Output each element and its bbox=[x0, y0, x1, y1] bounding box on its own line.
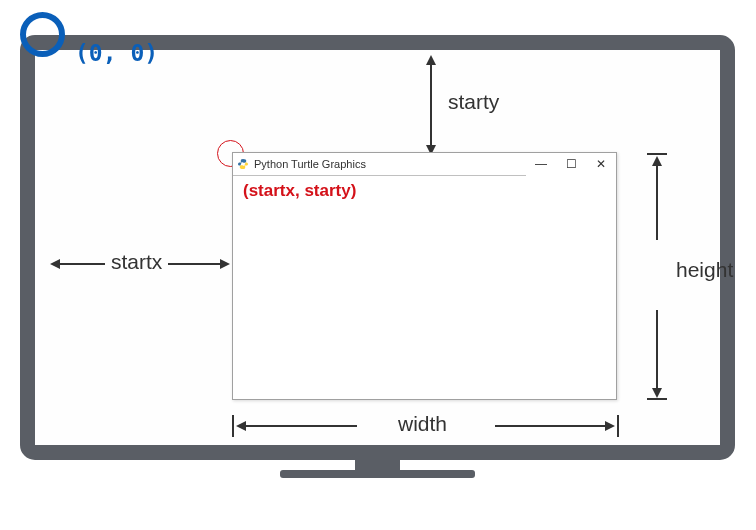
height-top-bar bbox=[647, 153, 667, 155]
starty-label: starty bbox=[448, 90, 499, 114]
maximize-button[interactable]: ☐ bbox=[556, 153, 586, 176]
close-button[interactable]: ✕ bbox=[586, 153, 616, 176]
starty-arrow-up bbox=[426, 55, 436, 65]
origin-label: (0, 0) bbox=[75, 40, 158, 66]
width-arrow-left-line bbox=[245, 425, 357, 427]
python-icon bbox=[237, 158, 249, 170]
height-arrow-bottom-line bbox=[656, 310, 658, 390]
minimize-button[interactable]: — bbox=[526, 153, 556, 176]
window-corner-label: (startx, starty) bbox=[243, 181, 606, 201]
startx-label: startx bbox=[105, 250, 168, 274]
width-arrow-left-head bbox=[236, 421, 246, 431]
width-left-bar bbox=[232, 415, 234, 437]
startx-arrow-right bbox=[220, 259, 230, 269]
height-arrow-bottom-head bbox=[652, 388, 662, 398]
window-body: (startx, starty) bbox=[233, 176, 616, 206]
width-label: width bbox=[398, 412, 447, 436]
width-right-bar bbox=[617, 415, 619, 437]
window-title: Python Turtle Graphics bbox=[254, 158, 526, 170]
startx-arrow-left bbox=[50, 259, 60, 269]
width-arrow-right-line bbox=[495, 425, 605, 427]
starty-arrow-line bbox=[430, 60, 432, 150]
height-arrow-top-head bbox=[652, 156, 662, 166]
height-arrow-top-line bbox=[656, 165, 658, 240]
window-titlebar[interactable]: Python Turtle Graphics — ☐ ✕ bbox=[233, 153, 616, 176]
height-bottom-bar bbox=[647, 398, 667, 400]
origin-marker bbox=[20, 12, 65, 57]
turtle-window: Python Turtle Graphics — ☐ ✕ (startx, st… bbox=[232, 152, 617, 400]
height-label: height bbox=[676, 258, 733, 282]
width-arrow-right-head bbox=[605, 421, 615, 431]
monitor-stand bbox=[280, 460, 475, 478]
